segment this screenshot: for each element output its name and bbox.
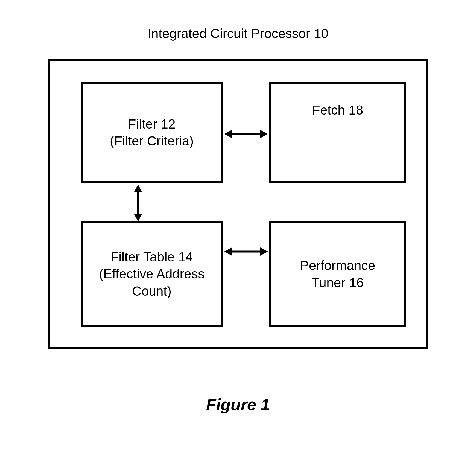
filter-label-line2: (Filter Criteria) <box>110 133 194 150</box>
arrow-filter-fetch <box>224 127 268 141</box>
arrow-filter-table-performance <box>224 245 268 258</box>
filter-label-line1: Filter 12 <box>128 116 175 133</box>
fetch-label-line1: Fetch 18 <box>312 102 363 119</box>
filter-table-block: Filter Table 14 (Effective Address Count… <box>81 221 223 327</box>
figure-label: Figure 1 <box>0 395 476 414</box>
svg-marker-1 <box>224 130 232 138</box>
performance-label-line2: Tuner 16 <box>312 274 364 291</box>
fetch-block: Fetch 18 <box>269 82 406 183</box>
filter-block: Filter 12 (Filter Criteria) <box>81 82 223 183</box>
diagram-canvas: Integrated Circuit Processor 10 Filter 1… <box>0 0 476 449</box>
svg-marker-5 <box>134 214 142 221</box>
filter-table-label-line1: Filter Table 14 <box>111 249 193 266</box>
diagram-title: Integrated Circuit Processor 10 <box>0 26 476 41</box>
svg-marker-7 <box>224 247 232 256</box>
performance-label-line1: Performance <box>300 257 375 274</box>
performance-tuner-block: Performance Tuner 16 <box>269 221 406 327</box>
svg-marker-8 <box>260 247 268 256</box>
filter-table-label-line3: Count) <box>132 283 171 300</box>
filter-table-label-line2: (Effective Address <box>99 266 205 282</box>
arrow-filter-filter-table <box>131 185 145 221</box>
svg-marker-2 <box>260 130 268 138</box>
svg-marker-4 <box>134 185 142 192</box>
